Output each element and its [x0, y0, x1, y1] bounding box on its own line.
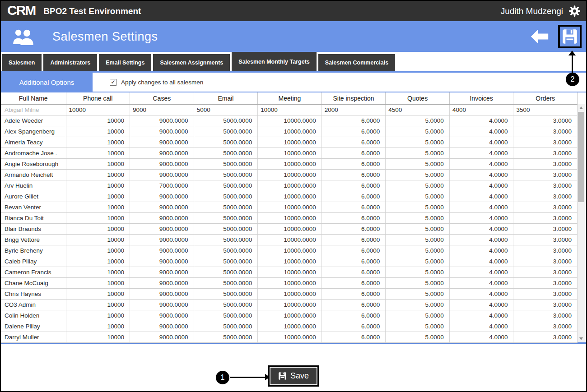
target-cell[interactable]: 10000: [66, 137, 130, 148]
target-cell[interactable]: 10000: [66, 277, 130, 288]
target-cell[interactable]: 10000: [66, 223, 130, 234]
target-cell[interactable]: 3.0000: [513, 158, 578, 169]
target-cell[interactable]: 4.0000: [449, 180, 513, 191]
target-cell[interactable]: 3500: [513, 104, 578, 115]
back-button[interactable]: [530, 29, 549, 44]
target-cell[interactable]: 3.0000: [513, 212, 578, 223]
target-cell[interactable]: 5000.0000: [194, 321, 258, 332]
target-cell[interactable]: 5.0000: [386, 245, 450, 256]
scroll-up-arrow[interactable]: [578, 104, 585, 111]
target-cell[interactable]: 10000.0000: [258, 267, 322, 277]
target-cell[interactable]: 6.0000: [321, 332, 386, 342]
target-cell[interactable]: 10000.0000: [258, 158, 322, 169]
target-cell[interactable]: 9000.0000: [130, 126, 194, 137]
target-cell[interactable]: 4.0000: [449, 126, 513, 137]
target-cell[interactable]: 5.0000: [386, 321, 450, 332]
target-cell[interactable]: 4.0000: [449, 310, 513, 321]
target-cell[interactable]: 4.0000: [449, 148, 513, 158]
column-header[interactable]: Email: [194, 92, 258, 104]
target-cell[interactable]: 5000.0000: [194, 245, 258, 256]
target-cell[interactable]: 4.0000: [449, 332, 513, 342]
target-cell[interactable]: 10000.0000: [258, 115, 322, 126]
target-cell[interactable]: 10000: [66, 104, 130, 115]
target-cell[interactable]: 10000: [66, 321, 130, 332]
target-cell[interactable]: 3.0000: [513, 288, 578, 299]
target-cell[interactable]: 10000: [66, 288, 130, 299]
target-cell[interactable]: 3.0000: [513, 148, 578, 158]
target-cell[interactable]: 9000.0000: [130, 212, 194, 223]
target-cell[interactable]: 5000.0000: [194, 126, 258, 137]
target-cell[interactable]: 5000.0000: [194, 148, 258, 158]
target-cell[interactable]: 5.0000: [386, 288, 450, 299]
target-cell[interactable]: 9000.0000: [130, 299, 194, 310]
target-cell[interactable]: 3.0000: [513, 234, 578, 245]
target-cell[interactable]: 5000.0000: [194, 158, 258, 169]
target-cell[interactable]: 6.0000: [321, 180, 386, 191]
target-cell[interactable]: 6.0000: [321, 223, 386, 234]
target-cell[interactable]: 5.0000: [386, 191, 450, 202]
target-cell[interactable]: 6.0000: [321, 277, 386, 288]
target-cell[interactable]: 9000.0000: [130, 234, 194, 245]
target-cell[interactable]: 4500: [386, 104, 450, 115]
target-cell[interactable]: 5.0000: [386, 126, 450, 137]
target-cell[interactable]: 5.0000: [386, 169, 450, 180]
target-cell[interactable]: 3.0000: [513, 310, 578, 321]
target-cell[interactable]: 4.0000: [449, 212, 513, 223]
target-cell[interactable]: 9000.0000: [130, 137, 194, 148]
target-cell[interactable]: 5.0000: [386, 223, 450, 234]
target-cell[interactable]: 10000: [66, 299, 130, 310]
target-cell[interactable]: 10000: [66, 202, 130, 212]
target-cell[interactable]: 4.0000: [449, 256, 513, 267]
target-cell[interactable]: 10000: [66, 267, 130, 277]
target-cell[interactable]: 9000.0000: [130, 191, 194, 202]
target-cell[interactable]: 3.0000: [513, 267, 578, 277]
save-button[interactable]: Save: [270, 368, 317, 384]
target-cell[interactable]: 5.0000: [386, 234, 450, 245]
target-cell[interactable]: 9000.0000: [130, 310, 194, 321]
target-cell[interactable]: 3.0000: [513, 137, 578, 148]
column-header[interactable]: Site inspection: [321, 92, 386, 104]
target-cell[interactable]: 3.0000: [513, 191, 578, 202]
target-cell[interactable]: 3.0000: [513, 126, 578, 137]
column-header[interactable]: Meeting: [258, 92, 322, 104]
target-cell[interactable]: 10000: [66, 169, 130, 180]
target-cell[interactable]: 4000: [449, 104, 513, 115]
tab-salesmen-assignments[interactable]: Salesmen Assignments: [153, 54, 230, 71]
target-cell[interactable]: 5000.0000: [194, 212, 258, 223]
target-cell[interactable]: 9000.0000: [130, 223, 194, 234]
tab-salesmen-monthly-targets[interactable]: Salesmen Monthly Targets: [232, 52, 316, 71]
target-cell[interactable]: 5000.0000: [194, 267, 258, 277]
target-cell[interactable]: 10000.0000: [258, 256, 322, 267]
target-cell[interactable]: 5000.0000: [194, 234, 258, 245]
target-cell[interactable]: 3.0000: [513, 245, 578, 256]
target-cell[interactable]: 6.0000: [321, 321, 386, 332]
target-cell[interactable]: 4.0000: [449, 223, 513, 234]
target-cell[interactable]: 9000.0000: [130, 321, 194, 332]
target-cell[interactable]: 9000.0000: [130, 202, 194, 212]
target-cell[interactable]: 6.0000: [321, 202, 386, 212]
target-cell[interactable]: 3.0000: [513, 223, 578, 234]
target-cell[interactable]: 9000.0000: [130, 277, 194, 288]
target-cell[interactable]: 10000: [66, 256, 130, 267]
target-cell[interactable]: 3.0000: [513, 115, 578, 126]
header-save-button[interactable]: [562, 28, 578, 45]
target-cell[interactable]: 10000: [66, 180, 130, 191]
target-cell[interactable]: 2000: [321, 104, 386, 115]
target-cell[interactable]: 10000: [66, 310, 130, 321]
target-cell[interactable]: 6.0000: [321, 299, 386, 310]
target-cell[interactable]: 10000: [66, 126, 130, 137]
target-cell[interactable]: 5000.0000: [194, 115, 258, 126]
target-cell[interactable]: 5.0000: [386, 299, 450, 310]
target-cell[interactable]: 9000.0000: [130, 332, 194, 342]
target-cell[interactable]: 9000.0000: [130, 158, 194, 169]
target-cell[interactable]: 5000.0000: [194, 310, 258, 321]
target-cell[interactable]: 6.0000: [321, 126, 386, 137]
target-cell[interactable]: 10000.0000: [258, 137, 322, 148]
target-cell[interactable]: 4.0000: [449, 202, 513, 212]
target-cell[interactable]: 10000.0000: [258, 332, 322, 342]
target-cell[interactable]: 4.0000: [449, 277, 513, 288]
target-cell[interactable]: 5.0000: [386, 137, 450, 148]
column-header[interactable]: Quotes: [386, 92, 450, 104]
target-cell[interactable]: 10000: [66, 191, 130, 202]
target-cell[interactable]: 3.0000: [513, 202, 578, 212]
